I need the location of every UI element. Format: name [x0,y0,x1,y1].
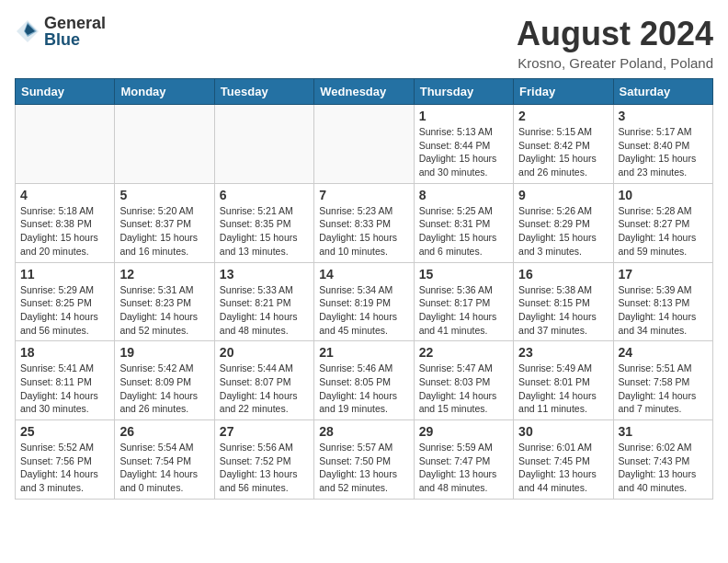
day-cell-12: 12Sunrise: 5:31 AM Sunset: 8:23 PM Dayli… [115,262,214,341]
day-info: Sunrise: 5:26 AM Sunset: 8:29 PM Dayligh… [518,204,608,259]
day-cell-23: 23Sunrise: 5:49 AM Sunset: 8:01 PM Dayli… [514,341,613,420]
week-row-1: 1Sunrise: 5:13 AM Sunset: 8:44 PM Daylig… [16,105,713,184]
day-info: Sunrise: 5:44 AM Sunset: 8:07 PM Dayligh… [220,362,309,416]
day-info: Sunrise: 5:56 AM Sunset: 7:52 PM Dayligh… [220,441,309,495]
day-info: Sunrise: 5:18 AM Sunset: 8:38 PM Dayligh… [20,204,109,259]
day-info: Sunrise: 5:13 AM Sunset: 8:44 PM Dayligh… [419,125,508,179]
weekday-header-friday: Friday [514,79,613,105]
day-number: 11 [20,267,109,282]
day-cell-2: 2Sunrise: 5:15 AM Sunset: 8:42 PM Daylig… [514,105,613,184]
day-number: 1 [419,109,508,123]
day-info: Sunrise: 5:31 AM Sunset: 8:23 PM Dayligh… [119,283,209,338]
day-number: 18 [20,345,109,360]
day-cell-13: 13Sunrise: 5:33 AM Sunset: 8:21 PM Dayli… [214,262,313,341]
day-number: 31 [619,424,708,439]
day-info: Sunrise: 5:42 AM Sunset: 8:09 PM Dayligh… [119,362,209,416]
day-cell-18: 18Sunrise: 5:41 AM Sunset: 8:11 PM Dayli… [16,341,115,420]
weekday-header-row: SundayMondayTuesdayWednesdayThursdayFrid… [16,79,713,105]
day-cell-9: 9Sunrise: 5:26 AM Sunset: 8:29 PM Daylig… [514,183,613,262]
day-number: 28 [319,424,408,439]
day-info: Sunrise: 5:33 AM Sunset: 8:21 PM Dayligh… [220,283,309,338]
day-number: 8 [419,188,508,202]
day-cell-28: 28Sunrise: 5:57 AM Sunset: 7:50 PM Dayli… [314,420,414,500]
location: Krosno, Greater Poland, Poland [517,55,713,71]
day-info: Sunrise: 5:41 AM Sunset: 8:11 PM Dayligh… [20,362,109,416]
day-cell-25: 25Sunrise: 5:52 AM Sunset: 7:56 PM Dayli… [16,420,115,500]
day-number: 15 [419,267,508,282]
day-info: Sunrise: 5:28 AM Sunset: 8:27 PM Dayligh… [619,204,708,259]
empty-cell [214,105,313,184]
day-info: Sunrise: 6:01 AM Sunset: 7:45 PM Dayligh… [518,441,608,495]
day-info: Sunrise: 5:47 AM Sunset: 8:03 PM Dayligh… [419,362,508,416]
day-info: Sunrise: 5:20 AM Sunset: 8:37 PM Dayligh… [119,204,209,259]
day-info: Sunrise: 5:36 AM Sunset: 8:17 PM Dayligh… [419,283,508,338]
calendar-table: SundayMondayTuesdayWednesdayThursdayFrid… [15,78,713,500]
day-info: Sunrise: 5:17 AM Sunset: 8:40 PM Dayligh… [619,125,708,179]
logo-general: General [44,15,106,31]
day-number: 9 [518,188,608,202]
empty-cell [16,105,115,184]
day-cell-1: 1Sunrise: 5:13 AM Sunset: 8:44 PM Daylig… [414,105,513,184]
day-number: 22 [419,345,508,360]
day-info: Sunrise: 5:25 AM Sunset: 8:31 PM Dayligh… [419,204,508,259]
day-info: Sunrise: 5:51 AM Sunset: 7:58 PM Dayligh… [619,362,708,416]
day-number: 30 [518,424,608,439]
day-info: Sunrise: 5:54 AM Sunset: 7:54 PM Dayligh… [119,441,209,495]
day-number: 21 [319,345,408,360]
weekday-header-saturday: Saturday [613,79,712,105]
day-number: 24 [619,345,708,360]
day-number: 16 [518,267,608,282]
day-cell-19: 19Sunrise: 5:42 AM Sunset: 8:09 PM Dayli… [115,341,214,420]
day-info: Sunrise: 5:21 AM Sunset: 8:35 PM Dayligh… [220,204,309,259]
month-year: August 2024 [517,15,713,53]
day-number: 26 [119,424,209,439]
day-info: Sunrise: 5:38 AM Sunset: 8:15 PM Dayligh… [518,283,608,338]
day-info: Sunrise: 5:52 AM Sunset: 7:56 PM Dayligh… [20,441,109,495]
logo-text: General Blue [44,15,106,48]
day-info: Sunrise: 5:59 AM Sunset: 7:47 PM Dayligh… [419,441,508,495]
day-cell-29: 29Sunrise: 5:59 AM Sunset: 7:47 PM Dayli… [414,420,513,500]
day-info: Sunrise: 5:57 AM Sunset: 7:50 PM Dayligh… [319,441,408,495]
day-info: Sunrise: 5:46 AM Sunset: 8:05 PM Dayligh… [319,362,408,416]
day-cell-3: 3Sunrise: 5:17 AM Sunset: 8:40 PM Daylig… [613,105,712,184]
day-number: 4 [20,188,109,202]
empty-cell [314,105,414,184]
day-number: 6 [220,188,309,202]
day-cell-16: 16Sunrise: 5:38 AM Sunset: 8:15 PM Dayli… [514,262,613,341]
day-cell-8: 8Sunrise: 5:25 AM Sunset: 8:31 PM Daylig… [414,183,513,262]
day-cell-6: 6Sunrise: 5:21 AM Sunset: 8:35 PM Daylig… [214,183,313,262]
day-cell-17: 17Sunrise: 5:39 AM Sunset: 8:13 PM Dayli… [613,262,712,341]
week-row-5: 25Sunrise: 5:52 AM Sunset: 7:56 PM Dayli… [16,420,713,500]
day-number: 14 [319,267,408,282]
day-number: 27 [220,424,309,439]
day-cell-14: 14Sunrise: 5:34 AM Sunset: 8:19 PM Dayli… [314,262,414,341]
day-cell-15: 15Sunrise: 5:36 AM Sunset: 8:17 PM Dayli… [414,262,513,341]
day-number: 17 [619,267,708,282]
day-number: 13 [220,267,309,282]
weekday-header-wednesday: Wednesday [314,79,414,105]
day-cell-22: 22Sunrise: 5:47 AM Sunset: 8:03 PM Dayli… [414,341,513,420]
day-number: 12 [119,267,209,282]
day-info: Sunrise: 5:39 AM Sunset: 8:13 PM Dayligh… [619,283,708,338]
weekday-header-monday: Monday [115,79,214,105]
day-number: 29 [419,424,508,439]
day-cell-24: 24Sunrise: 5:51 AM Sunset: 7:58 PM Dayli… [613,341,712,420]
logo-icon [15,18,40,44]
logo-blue: Blue [44,31,106,48]
day-cell-11: 11Sunrise: 5:29 AM Sunset: 8:25 PM Dayli… [16,262,115,341]
day-cell-10: 10Sunrise: 5:28 AM Sunset: 8:27 PM Dayli… [613,183,712,262]
day-info: Sunrise: 5:34 AM Sunset: 8:19 PM Dayligh… [319,283,408,338]
week-row-2: 4Sunrise: 5:18 AM Sunset: 8:38 PM Daylig… [16,183,713,262]
empty-cell [115,105,214,184]
day-number: 23 [518,345,608,360]
day-info: Sunrise: 5:15 AM Sunset: 8:42 PM Dayligh… [518,125,608,179]
day-number: 20 [220,345,309,360]
weekday-header-thursday: Thursday [414,79,513,105]
day-cell-5: 5Sunrise: 5:20 AM Sunset: 8:37 PM Daylig… [115,183,214,262]
day-info: Sunrise: 5:23 AM Sunset: 8:33 PM Dayligh… [319,204,408,259]
day-number: 2 [518,109,608,123]
day-number: 25 [20,424,109,439]
day-number: 5 [119,188,209,202]
day-cell-26: 26Sunrise: 5:54 AM Sunset: 7:54 PM Dayli… [115,420,214,500]
day-number: 7 [319,188,408,202]
